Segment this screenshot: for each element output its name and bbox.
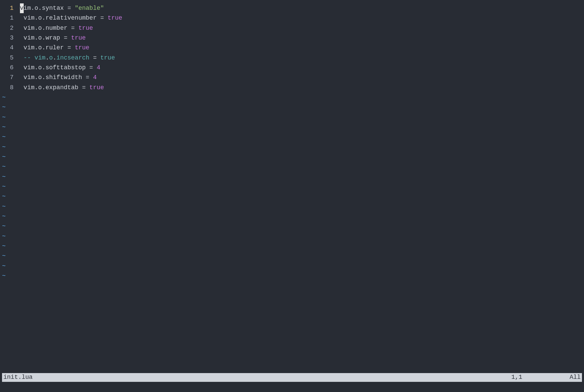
code-token: o [38,83,42,93]
status-scroll: All [570,372,581,382]
empty-line: ~ [0,122,584,132]
code-line[interactable]: 3 vim.o.wrap = true [0,33,584,43]
code-token: . [42,63,46,73]
code-token: true [89,83,104,93]
code-token: . [38,3,42,13]
code-token: . [35,43,38,53]
code-token: ruler [45,43,64,53]
line-number: 7 [0,73,16,82]
empty-line: ~ [0,132,584,142]
line-number: 5 [0,53,16,63]
tilde-icon: ~ [0,241,6,251]
code-token: true [71,33,86,43]
code-line[interactable]: 8 vim.o.expandtab = true [0,83,584,93]
tilde-icon: ~ [0,251,6,261]
code-token: number [45,23,67,33]
code-token: vim [24,83,35,93]
code-token: vim [24,33,35,43]
code-token: . [35,73,38,82]
empty-line: ~ [0,113,584,122]
empty-line: ~ [0,142,584,152]
code-token: . [35,33,38,43]
tilde-icon: ~ [0,271,6,281]
code-line[interactable]: 7 vim.o.shiftwidth = 4 [0,73,584,82]
code-line[interactable]: 1 vim.o.relativenumber = true [0,13,584,23]
code-token: vim [24,43,35,53]
line-number: 4 [0,43,16,53]
code-line[interactable]: 5 -- vim.o.incsearch = true [0,53,584,63]
code-token: = [86,63,96,73]
code-token: o [38,23,42,33]
tilde-icon: ~ [0,231,6,241]
code-token: . [42,13,46,23]
empty-line: ~ [0,231,584,241]
tilde-icon: ~ [0,162,6,172]
code-token: . [35,63,38,73]
empty-line: ~ [0,192,584,201]
code-token: = [64,43,74,53]
empty-line: ~ [0,172,584,182]
empty-line: ~ [0,271,584,281]
code-token: = [82,73,93,82]
code-token: im [24,3,31,13]
code-token: -- vim [24,53,46,63]
tilde-icon: ~ [0,152,6,162]
empty-line: ~ [0,261,584,271]
status-filename: init.lua [3,372,511,382]
editor-area[interactable]: 1 vim.o.syntax = "enable"1 vim.o.relativ… [0,0,584,382]
code-token: = [67,23,78,33]
code-token: true [100,53,115,63]
code-token: vim [24,63,35,73]
code-line[interactable]: 6 vim.o.softtabstop = 4 [0,63,584,73]
line-number: 2 [0,23,16,33]
code-token: syntax [42,3,64,13]
code-line[interactable]: 4 vim.o.ruler = true [0,43,584,53]
code-token: . [42,43,46,53]
code-token: . [42,23,46,33]
code-token: . [31,3,35,13]
tilde-icon: ~ [0,132,6,142]
tilde-icon: ~ [0,221,6,231]
line-number: 3 [0,33,16,43]
line-number: 8 [0,83,16,93]
code-token: . [42,33,46,43]
code-token: vim [24,13,35,23]
tilde-icon: ~ [0,261,6,271]
line-number: 6 [0,63,16,73]
code-line[interactable]: 2 vim.o.number = true [0,23,584,33]
code-token: expandtab [45,83,78,93]
empty-line: ~ [0,212,584,221]
line-number: 1 [0,13,16,23]
code-token: = [60,33,71,43]
code-token: o [38,33,42,43]
code-token: v [20,3,24,13]
code-token: vim [24,23,35,33]
status-bar: init.lua 1,1 All [2,373,582,382]
code-token: . [45,53,49,63]
empty-line: ~ [0,152,584,162]
tilde-icon: ~ [0,142,6,152]
code-token: true [78,23,93,33]
code-token: o [38,63,42,73]
tilde-icon: ~ [0,122,6,132]
tilde-icon: ~ [0,192,6,201]
code-line[interactable]: 1 vim.o.syntax = "enable" [0,3,584,13]
status-position: 1,1 [511,372,522,382]
code-token: true [75,43,89,53]
code-token: . [35,83,38,93]
code-token: . [35,13,38,23]
code-token: o [38,73,42,82]
empty-line: ~ [0,93,584,102]
tilde-icon: ~ [0,172,6,182]
empty-line: ~ [0,241,584,251]
code-token: o [35,3,38,13]
code-token: 4 [97,63,100,73]
code-token: shiftwidth [45,73,82,82]
empty-line: ~ [0,221,584,231]
code-token: = [93,53,100,63]
code-token: "enable" [75,3,104,13]
empty-line: ~ [0,102,584,112]
empty-line: ~ [0,251,584,261]
code-token: = [78,83,89,93]
code-token: = [97,13,108,23]
